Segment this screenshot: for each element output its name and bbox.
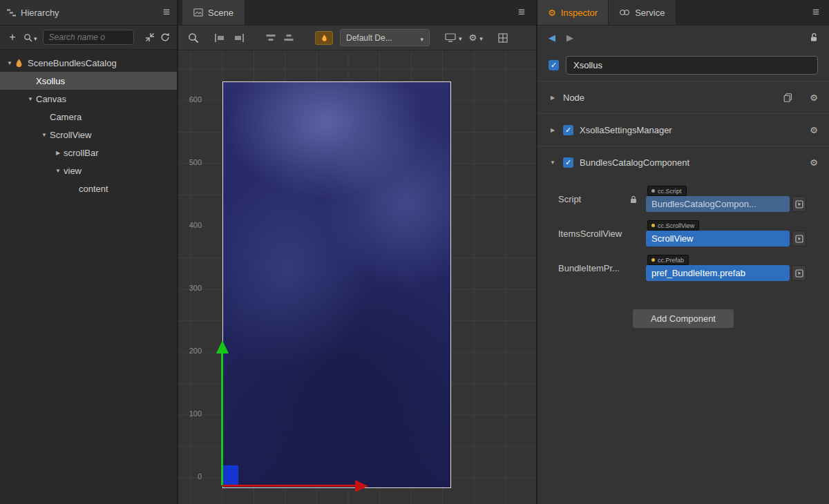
grid-toggle-icon[interactable] — [498, 33, 508, 43]
ruler-label: 500 — [181, 158, 202, 166]
lock-icon — [630, 195, 637, 204]
component-enabled-checkbox[interactable] — [563, 125, 573, 135]
add-component-button[interactable]: Add Component — [633, 309, 734, 328]
collapse-all-icon[interactable] — [145, 32, 155, 42]
gear-icon[interactable] — [810, 157, 818, 168]
tree-item-label: Xsollus — [36, 76, 65, 86]
origin-node-rect[interactable] — [223, 465, 238, 485]
chevron-right-icon[interactable] — [549, 127, 557, 133]
tree-row-scene[interactable]: SceneBundlesCatalog — [0, 54, 177, 72]
asset-picker-button[interactable] — [792, 265, 806, 281]
type-badge: cc.ScrollView — [647, 220, 699, 231]
type-badge: cc.Script — [647, 186, 687, 196]
tab-inspector[interactable]: Inspector — [537, 0, 608, 25]
menu-icon[interactable] — [163, 6, 170, 19]
chevron-down-icon — [420, 32, 423, 44]
tab-label: Inspector — [561, 8, 598, 18]
node-name-input[interactable] — [566, 56, 818, 75]
align-right-icon[interactable] — [233, 33, 245, 43]
copy-icon[interactable] — [783, 93, 792, 102]
section-xsolla-settings-manager[interactable]: XsollaSettingsManager — [537, 113, 829, 146]
inspector-nav — [537, 26, 829, 49]
tree-row-camera[interactable]: Camera — [0, 108, 177, 126]
distribute-horizontal-icon[interactable] — [265, 33, 276, 42]
property-label: BundleItemPr... — [558, 263, 637, 273]
component-enabled-checkbox[interactable] — [563, 157, 573, 168]
search-input[interactable] — [43, 30, 134, 45]
node-name-row — [537, 49, 829, 81]
type-dot-icon — [651, 258, 655, 262]
type-dot-icon — [651, 189, 655, 193]
menu-icon[interactable] — [812, 0, 819, 25]
section-bundles-catalog-component[interactable]: BundlesCatalogComponent — [537, 146, 829, 178]
tree-row-view[interactable]: view — [0, 162, 177, 180]
editor-window: Hierarchy + — [0, 0, 829, 504]
settings-dropdown[interactable] — [469, 32, 483, 43]
section-label: BundlesCatalogComponent — [580, 157, 689, 168]
tree-item-label: SceneBundlesCatalog — [28, 58, 117, 68]
search-mode-dropdown[interactable] — [23, 31, 37, 43]
gizmo-x-axis-arrowhead[interactable] — [355, 480, 368, 492]
chevron-down-icon[interactable] — [25, 96, 36, 102]
scrollview-reference-field[interactable]: ScrollView — [646, 231, 790, 246]
gear-icon — [548, 8, 556, 18]
ruler-label: 100 — [181, 409, 202, 418]
chevron-right-icon[interactable] — [549, 95, 557, 101]
type-badge: cc.Prefab — [647, 255, 689, 265]
section-node[interactable]: Node — [537, 81, 829, 113]
chevron-down-icon[interactable] — [53, 168, 64, 174]
hierarchy-icon — [7, 8, 16, 17]
device-resolution-dropdown[interactable]: Default De... — [340, 29, 430, 46]
property-row-script: Script cc.Script BundlesCatalogCompon... — [537, 181, 829, 215]
tree-item-label: Camera — [50, 112, 82, 122]
tab-label: Service — [635, 8, 665, 18]
gizmo-y-axis-arrowhead[interactable] — [216, 340, 229, 353]
tab-service[interactable]: Service — [608, 0, 676, 25]
history-forward-icon[interactable] — [566, 32, 573, 43]
gear-icon[interactable] — [810, 125, 818, 135]
asset-picker-button[interactable] — [792, 231, 806, 246]
history-back-icon[interactable] — [549, 32, 555, 43]
gizmo-x-axis[interactable] — [222, 485, 355, 487]
gear-icon[interactable] — [810, 93, 818, 103]
scene-toolbar: Default De... — [178, 26, 536, 50]
tree-row-xsollus[interactable]: Xsollus — [0, 72, 177, 90]
distribute-vertical-icon[interactable] — [283, 33, 294, 42]
create-node-button[interactable]: + — [7, 31, 18, 43]
asset-picker-button[interactable] — [792, 196, 806, 212]
script-asset-field[interactable]: BundlesCatalogCompon... — [646, 196, 790, 212]
node-active-checkbox[interactable] — [549, 60, 559, 70]
tree-row-content[interactable]: content — [0, 180, 177, 197]
chevron-down-icon[interactable] — [39, 132, 50, 138]
tree-row-scrollbar[interactable]: scrollBar — [0, 144, 177, 162]
menu-icon[interactable] — [518, 6, 525, 19]
gizmo-y-axis[interactable] — [221, 353, 223, 485]
property-label: Script — [558, 194, 637, 204]
lock-icon[interactable] — [810, 32, 818, 42]
scene-viewport[interactable]: 600 500 400 300 200 100 0 — [178, 50, 536, 504]
chevron-right-icon[interactable] — [53, 150, 64, 156]
tree-item-label: Canvas — [36, 94, 66, 104]
tab-scene[interactable]: Scene — [182, 0, 245, 25]
view-mode-dropdown[interactable] — [445, 32, 462, 43]
hierarchy-panel: Hierarchy + — [0, 0, 178, 504]
service-icon — [619, 9, 630, 16]
chevron-down-icon[interactable] — [549, 159, 557, 166]
prefab-reference-field[interactable]: pref_BundleItem.prefab — [646, 265, 790, 281]
chevron-down-icon[interactable] — [4, 60, 15, 66]
scene-tabbar: Scene — [178, 0, 536, 26]
property-label: ItemsScrollView — [558, 229, 637, 239]
refresh-icon[interactable] — [160, 32, 170, 42]
chevron-down-icon — [459, 32, 462, 43]
tree-row-scrollview[interactable]: ScrollView — [0, 126, 177, 144]
design-resolution-frame — [222, 81, 451, 488]
gizmo-toggle-button[interactable] — [315, 31, 333, 45]
tree-item-label: scrollBar — [64, 148, 99, 158]
align-left-icon[interactable] — [214, 33, 226, 43]
property-row-items-scroll-view: ItemsScrollView cc.ScrollView ScrollView — [537, 215, 829, 250]
hierarchy-tree: SceneBundlesCatalog Xsollus Canvas Camer… — [0, 50, 177, 504]
chevron-down-icon — [479, 32, 483, 43]
hierarchy-header: Hierarchy — [0, 0, 177, 26]
zoom-icon[interactable] — [188, 32, 199, 43]
tree-row-canvas[interactable]: Canvas — [0, 90, 177, 108]
